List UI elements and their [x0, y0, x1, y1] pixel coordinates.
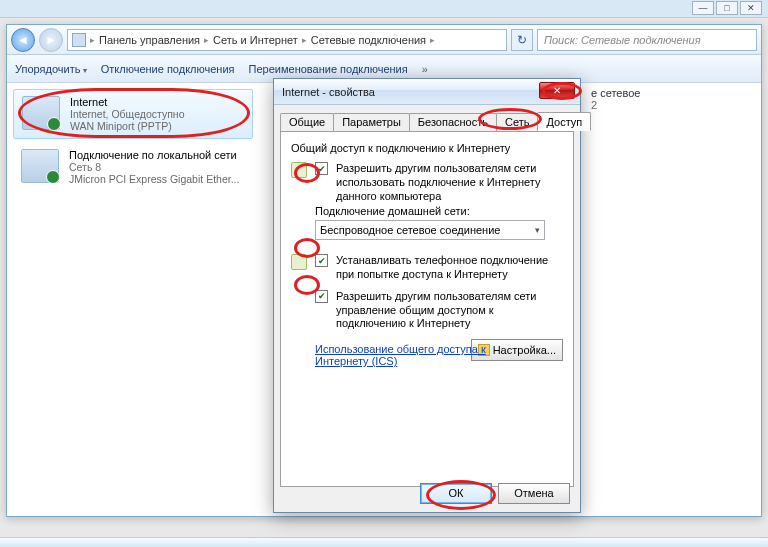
network-icon [72, 33, 86, 47]
toolbar-overflow[interactable]: » [422, 63, 428, 75]
breadcrumb-root[interactable]: Панель управления [99, 34, 200, 46]
dialog-title: Internet - свойства [282, 86, 375, 98]
navigation-bar: ◄ ► ▸ Панель управления ▸ Сеть и Интерне… [7, 25, 761, 55]
connection-adapter: WAN Miniport (PPTP) [70, 120, 184, 132]
connection-icon [22, 96, 60, 130]
allow-others-label: Разрешить другим пользователям сети испо… [336, 162, 563, 203]
connection-item-lan[interactable]: Подключение по локальной сети Сеть 8 JMi… [13, 143, 253, 191]
search-input[interactable]: Поиск: Сетевые подключения [537, 29, 757, 51]
search-placeholder: Поиск: Сетевые подключения [544, 34, 701, 46]
disable-connection-button[interactable]: Отключение подключения [101, 63, 235, 75]
app-titlebar: — □ ✕ [0, 0, 768, 18]
group-heading: Общий доступ к подключению к Интернету [291, 142, 563, 154]
connection-title: Internet [70, 96, 184, 108]
tab-network[interactable]: Сеть [496, 113, 538, 131]
rename-connection-button[interactable]: Переименование подключения [249, 63, 408, 75]
tab-parameters[interactable]: Параметры [333, 113, 410, 131]
dialog-titlebar[interactable]: Internet - свойства ✕ [274, 79, 580, 105]
connection-icon [21, 149, 59, 183]
home-network-label: Подключение домашней сети: [315, 205, 563, 217]
tab-security[interactable]: Безопасность [409, 113, 497, 131]
ics-help-link[interactable]: Использование общего доступа к Интернету… [315, 343, 495, 367]
tab-general[interactable]: Общие [280, 113, 334, 131]
minimize-button[interactable]: — [692, 1, 714, 15]
tab-panel-sharing: Общий доступ к подключению к Интернету ✔… [280, 131, 574, 487]
firewall-icon [291, 254, 307, 270]
connection-item-internet[interactable]: Internet Internet, Общедоступно WAN Mini… [13, 89, 253, 139]
properties-dialog: Internet - свойства ✕ Общие Параметры Бе… [273, 78, 581, 513]
taskbar [0, 537, 768, 547]
home-network-combo[interactable]: Беспроводное сетевое соединение [315, 220, 545, 240]
allow-control-checkbox[interactable]: ✔ [315, 290, 328, 303]
connection-title: Подключение по локальной сети [69, 149, 239, 161]
organize-menu[interactable]: Упорядочить [15, 63, 87, 75]
connection-status: Сеть 8 [69, 161, 239, 173]
forward-button[interactable]: ► [39, 28, 63, 52]
dialog-footer: ОК Отмена [274, 474, 580, 512]
connection-adapter: JMicron PCI Express Gigabit Ether... [69, 173, 239, 185]
connection-status: Internet, Общедоступно [70, 108, 184, 120]
allow-others-checkbox[interactable]: ✔ [315, 162, 328, 175]
tab-strip: Общие Параметры Безопасность Сеть Доступ [280, 111, 574, 131]
close-button[interactable]: ✕ [740, 1, 762, 15]
partial-item-label: е сетевое 2 [591, 87, 731, 111]
cancel-button[interactable]: Отмена [498, 483, 570, 504]
dialog-close-button[interactable]: ✕ [539, 82, 575, 99]
dial-on-demand-checkbox[interactable]: ✔ [315, 254, 328, 267]
address-bar[interactable]: ▸ Панель управления ▸ Сеть и Интернет ▸ … [67, 29, 507, 51]
breadcrumb-category[interactable]: Сеть и Интернет [213, 34, 298, 46]
firewall-icon [291, 162, 307, 178]
ok-button[interactable]: ОК [420, 483, 492, 504]
home-network-value: Беспроводное сетевое соединение [320, 224, 500, 236]
tab-sharing[interactable]: Доступ [537, 112, 591, 131]
refresh-button[interactable]: ↻ [511, 29, 533, 51]
allow-control-label: Разрешить другим пользователям сети упра… [336, 290, 563, 331]
dial-on-demand-label: Устанавливать телефонное подключение при… [336, 254, 563, 282]
back-button[interactable]: ◄ [11, 28, 35, 52]
maximize-button[interactable]: □ [716, 1, 738, 15]
breadcrumb-page[interactable]: Сетевые подключения [311, 34, 426, 46]
